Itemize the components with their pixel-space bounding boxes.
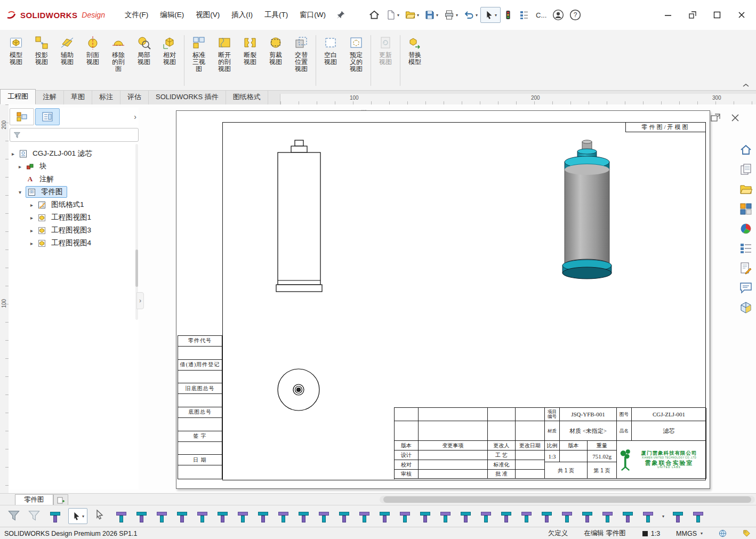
tool-pin-icon[interactable] (195, 509, 209, 524)
3d-views-cube-icon[interactable] (738, 301, 753, 315)
panel-collapse-handle[interactable]: › (136, 292, 144, 309)
tree-item-annotations[interactable]: A 注解 (10, 173, 139, 186)
tool-pin-icon[interactable] (438, 509, 452, 524)
tool-pin-icon[interactable] (560, 509, 574, 524)
ribbon-button-broken-out-section[interactable]: 断开的剖视图 (212, 34, 237, 74)
menu-edit[interactable]: 编辑(E) (154, 7, 190, 23)
tool-pin-icon[interactable] (600, 509, 614, 524)
ribbon-button-relative-view[interactable]: 相对视图 (157, 34, 182, 67)
tab-addins[interactable]: SOLIDWORKS 插件 (149, 90, 226, 104)
tree-item-drawing-view1[interactable]: ▸ 工程图视图1 (10, 211, 139, 224)
home-pane-icon[interactable] (738, 143, 753, 157)
top-view[interactable] (275, 366, 323, 414)
panel-expand-chevron-icon[interactable]: › (134, 112, 136, 121)
tab-annotate[interactable]: 注解 (36, 90, 64, 104)
filter-funnel-light-icon[interactable] (28, 509, 42, 524)
markup-document-icon[interactable] (738, 261, 753, 275)
tool-pin-icon[interactable] (276, 509, 290, 524)
tool-pin-icon[interactable] (296, 509, 310, 524)
tool-pin-icon[interactable] (48, 509, 62, 524)
panel-scrollbar-thumb[interactable] (135, 250, 138, 287)
tool-pin-icon[interactable] (540, 509, 553, 524)
options-button[interactable] (516, 6, 533, 23)
save-button[interactable]: ▾ (422, 6, 441, 23)
menu-insert[interactable]: 插入(I) (226, 7, 259, 23)
tool-pin-icon[interactable] (621, 509, 634, 524)
tool-pin-icon[interactable] (580, 509, 594, 524)
tab-evaluate[interactable]: 评估 (120, 90, 149, 104)
tree-item-drawing-view3[interactable]: ▸ 工程图视图3 (10, 224, 139, 237)
ribbon-button-break-view[interactable]: 断裂视图 (238, 34, 262, 67)
sheet-corner-title[interactable]: 零件图/开模图 (625, 122, 706, 132)
ribbon-button-standard-3view[interactable]: 标准三视图 (187, 34, 211, 74)
tool-pin-icon[interactable] (134, 509, 148, 524)
expand-arrow-icon[interactable]: ▸ (28, 240, 35, 246)
new-document-button[interactable]: ▾ (383, 6, 402, 23)
ribbon-button-model-view[interactable]: 模型视图 (4, 34, 28, 67)
feature-tree-tab[interactable] (10, 108, 34, 125)
tool-pin-icon[interactable] (256, 509, 270, 524)
tool-pin-icon[interactable] (236, 509, 250, 524)
tree-filter-field[interactable] (10, 128, 139, 142)
help-button[interactable]: ? (567, 6, 584, 24)
tool-pin-icon[interactable] (398, 509, 412, 524)
menu-tools[interactable]: 工具(T) (259, 7, 294, 23)
tool-pin-icon[interactable] (641, 509, 655, 524)
expand-arrow-icon[interactable]: ▸ (28, 228, 35, 234)
expand-arrow-icon[interactable]: ▸ (28, 202, 35, 208)
custom-properties-icon[interactable] (738, 242, 753, 255)
tool-pin-icon[interactable] (114, 509, 128, 524)
close-button[interactable] (729, 4, 754, 26)
tool-pin-icon[interactable] (459, 509, 472, 524)
add-sheet-button[interactable] (53, 494, 68, 505)
units-selector[interactable]: MMGS ▾ (676, 530, 703, 537)
tool-pin-icon[interactable] (519, 509, 533, 524)
tool-pin-icon[interactable] (317, 509, 331, 524)
tab-sketch[interactable]: 草图 (64, 90, 92, 104)
open-button[interactable]: ▾ (402, 6, 422, 23)
ribbon-button-removed-section[interactable]: 移除的剖面 (106, 34, 131, 74)
popout-window-icon[interactable] (710, 113, 721, 123)
horizontal-scrollbar-thumb[interactable] (383, 496, 751, 503)
expand-arrow-icon[interactable]: ▸ (10, 151, 17, 157)
tab-drawing[interactable]: 工程图 (0, 89, 36, 104)
collapse-arrow-icon[interactable]: ▾ (17, 189, 23, 195)
tool-pin-icon[interactable] (479, 509, 493, 524)
tool-pin-icon[interactable] (337, 509, 351, 524)
ribbon-button-projected-view[interactable]: 投影视图 (29, 34, 54, 67)
close-document-icon[interactable] (729, 112, 741, 124)
selected-tree-item[interactable]: 零件图 (26, 186, 67, 198)
isometric-view[interactable] (556, 138, 618, 281)
maximize-button[interactable] (705, 4, 729, 26)
tree-filter-input[interactable] (24, 131, 135, 139)
horizontal-scrollbar[interactable] (380, 496, 755, 503)
undo-button[interactable]: ▾ (461, 6, 480, 23)
tree-item-root[interactable]: ▸ CGJ-ZLJ-001 滤芯 (10, 147, 139, 160)
expand-arrow-icon[interactable]: ▸ (28, 215, 35, 221)
command-search[interactable]: C... (533, 11, 550, 19)
tree-item-drawing-view4[interactable]: ▸ 工程图视图4 (10, 237, 139, 250)
tree-item-sheet[interactable]: ▾ 零件图 (10, 186, 139, 198)
tool-pin-icon[interactable] (691, 509, 705, 524)
tree-item-blocks[interactable]: ▸ 块 (10, 160, 139, 173)
ribbon-button-detail-view[interactable]: 局部视图 (132, 34, 156, 67)
file-explorer-icon[interactable] (738, 202, 753, 216)
lasso-cursor-icon[interactable] (94, 509, 108, 524)
print-button[interactable]: ▾ (441, 6, 461, 23)
tool-pin-icon[interactable] (418, 509, 432, 524)
tool-pin-icon[interactable] (215, 509, 229, 524)
dock-button[interactable] (680, 4, 705, 26)
ribbon-button-empty-view[interactable]: 空白视图 (318, 34, 343, 67)
property-manager-tab[interactable] (35, 108, 60, 125)
menu-view[interactable]: 视图(V) (190, 7, 226, 23)
comments-icon[interactable] (738, 281, 753, 295)
status-tag-icon[interactable] (743, 529, 751, 537)
ribbon-button-alternate-position[interactable]: 交替位置视图 (289, 34, 313, 74)
tool-pin-icon[interactable] (155, 509, 168, 524)
sheet-scale-indicator[interactable]: 1:3 (642, 530, 660, 537)
account-button[interactable] (550, 6, 567, 24)
ribbon-button-section-view[interactable]: 剖面视图 (81, 34, 105, 67)
pin-menu-icon[interactable] (334, 8, 348, 22)
drawing-sheet[interactable]: 零件图/开模图 零件代号 借(通)用件登记 旧底图总号 底图总号 签 字 日 期 (176, 110, 710, 489)
toolbar-overflow-caret-icon[interactable]: ▾ (662, 514, 664, 519)
